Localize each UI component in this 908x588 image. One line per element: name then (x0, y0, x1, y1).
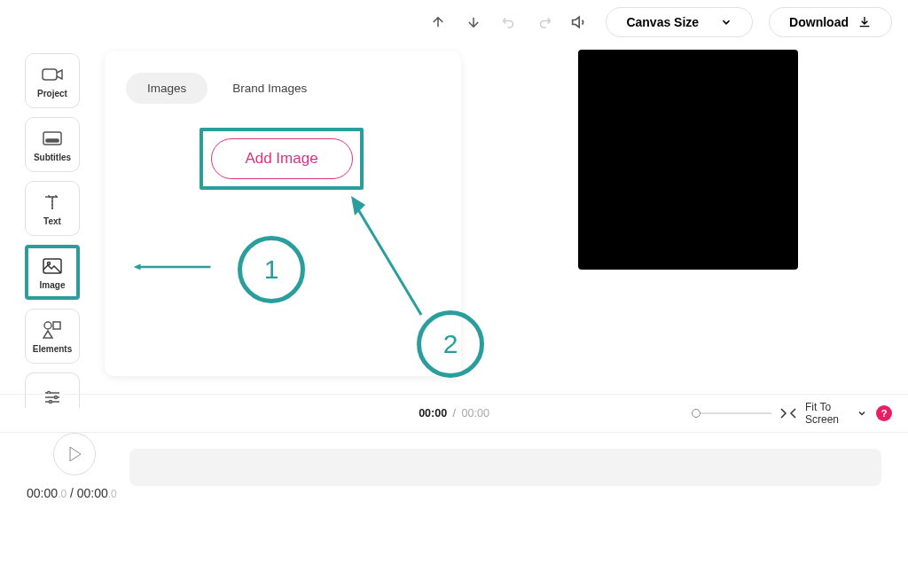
timeline-sep: / (67, 486, 77, 500)
download-label: Download (789, 15, 849, 29)
canvas-size-button[interactable]: Canvas Size (606, 7, 753, 37)
svg-rect-6 (53, 322, 60, 329)
zoom-thumb[interactable] (692, 409, 701, 418)
canvas-size-label: Canvas Size (626, 15, 699, 29)
elements-icon (42, 319, 63, 341)
svg-rect-1 (43, 132, 61, 145)
video-icon (42, 64, 63, 85)
subtitles-icon (42, 128, 63, 149)
timeline-total-frac: .0 (108, 488, 117, 500)
timeline-time: 00:00.0 / 00:00.0 (27, 486, 117, 500)
bottom-right-controls: Fit To Screen ? (692, 401, 892, 427)
zoom-slider[interactable] (692, 412, 771, 414)
redo-icon[interactable] (535, 12, 554, 32)
sidebar-item-label: Subtitles (34, 153, 71, 162)
text-icon (42, 192, 63, 213)
layer-up-icon[interactable] (428, 12, 448, 32)
tab-brand-images[interactable]: Brand Images (211, 73, 328, 104)
help-badge[interactable]: ? (876, 405, 892, 421)
sidebar-item-text[interactable]: Text (25, 181, 80, 236)
fit-to-screen-label[interactable]: Fit To Screen (805, 401, 848, 427)
total-time: 00:00 (462, 407, 489, 419)
svg-rect-0 (43, 69, 57, 80)
playback-time: 00:00 / 00:00 (419, 407, 489, 419)
sidebar-item-label: Image (40, 280, 66, 290)
chevron-down-icon (720, 16, 732, 28)
svg-marker-11 (134, 264, 141, 270)
annotation-circle-1: 1 (238, 236, 305, 303)
fit-collapse-icon[interactable] (780, 408, 796, 419)
bottom-bar: 00:00 / 00:00 Fit To Screen ? (0, 394, 908, 433)
svg-point-5 (44, 322, 51, 329)
sidebar-item-project[interactable]: Project (25, 53, 80, 108)
svg-line-12 (356, 207, 421, 315)
time-separator: / (453, 407, 456, 419)
add-image-highlight: Add Image (200, 128, 364, 190)
sidebar-item-label: Elements (33, 344, 72, 354)
annotation-arrow-2 (337, 191, 434, 324)
sidebar-item-elements[interactable]: Elements (25, 309, 80, 364)
download-icon (857, 15, 872, 29)
chevron-down-icon[interactable] (857, 408, 867, 419)
image-icon (42, 255, 63, 277)
svg-rect-2 (46, 139, 59, 142)
timeline-current: 00:00 (27, 486, 58, 500)
top-toolbar: Canvas Size Download (428, 7, 892, 37)
layer-down-icon[interactable] (464, 12, 483, 32)
timeline-track[interactable] (129, 449, 881, 486)
svg-marker-13 (351, 196, 365, 216)
current-time: 00:00 (419, 407, 447, 419)
play-button[interactable] (53, 433, 96, 475)
sidebar: Project Subtitles Text Image Elements (25, 53, 80, 408)
add-image-button[interactable]: Add Image (211, 138, 353, 179)
svg-marker-14 (70, 447, 81, 461)
volume-icon[interactable] (570, 12, 590, 32)
sidebar-item-label: Text (43, 216, 61, 226)
sidebar-item-subtitles[interactable]: Subtitles (25, 117, 80, 172)
sidebar-item-image[interactable]: Image (25, 245, 80, 300)
play-icon (68, 447, 81, 461)
timeline-current-frac: .0 (58, 488, 67, 500)
timeline-total: 00:00 (77, 486, 108, 500)
canvas-preview[interactable] (578, 50, 798, 270)
download-button[interactable]: Download (769, 7, 892, 37)
undo-icon[interactable] (499, 12, 519, 32)
annotation-arrow-1 (105, 263, 239, 270)
panel-tabs: Images Brand Images (126, 73, 440, 104)
sidebar-item-label: Project (37, 89, 67, 98)
annotation-circle-2: 2 (417, 310, 484, 378)
tab-images[interactable]: Images (126, 73, 207, 104)
